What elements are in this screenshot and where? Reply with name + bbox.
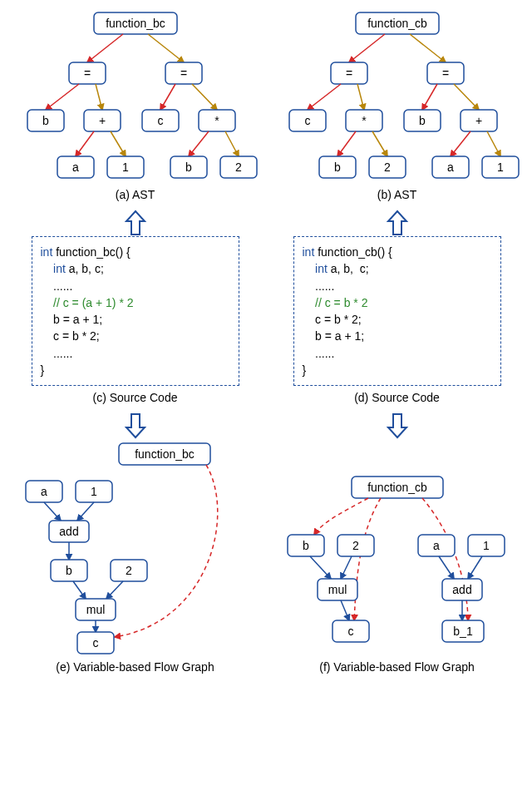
down-arrows-row	[8, 412, 524, 439]
svg-line-1	[87, 34, 123, 62]
ast-row: function_bc = = b + a 1	[8, 8, 524, 210]
svg-text:*: *	[214, 114, 219, 127]
svg-text:c: c	[304, 114, 310, 127]
up-arrow-icon	[385, 210, 410, 236]
up-arrows-row	[8, 210, 524, 236]
code-d-caption: (d) Source Code	[354, 391, 440, 404]
svg-text:a: a	[41, 485, 47, 498]
svg-text:b: b	[419, 114, 426, 127]
svg-text:b_1: b_1	[453, 625, 473, 638]
svg-text:a: a	[433, 539, 440, 552]
svg-line-52	[106, 581, 123, 599]
vfg-f-svg: function_cb b 2 mul c a 1 add	[273, 439, 522, 655]
svg-text:function_cb: function_cb	[367, 17, 427, 30]
svg-line-22	[349, 34, 385, 62]
ast-a-col: function_bc = = b + a 1	[8, 8, 262, 210]
svg-line-45	[44, 502, 61, 521]
svg-text:add: add	[59, 525, 78, 538]
svg-text:b: b	[334, 160, 341, 174]
svg-line-59	[310, 556, 331, 579]
svg-text:a: a	[447, 160, 454, 174]
svg-line-51	[73, 581, 86, 599]
svg-text:1: 1	[497, 160, 504, 174]
svg-text:=: =	[345, 67, 352, 80]
svg-line-14	[192, 84, 217, 110]
code-c-caption: (c) Source Code	[93, 391, 178, 404]
svg-text:=: =	[441, 67, 448, 80]
vfg-e-col: function_bc a 1 add b 2 mul	[8, 439, 262, 682]
svg-text:a: a	[72, 160, 79, 174]
svg-text:b: b	[303, 539, 309, 552]
svg-line-27	[357, 84, 364, 110]
code-row: int function_bc() { int a, b, c; ...... …	[8, 236, 524, 412]
svg-line-35	[454, 84, 479, 110]
svg-line-31	[372, 131, 387, 156]
vfg-f-caption: (f) Variable-based Flow Graph	[319, 660, 474, 674]
svg-line-62	[341, 600, 349, 620]
svg-line-39	[487, 131, 500, 156]
svg-line-2	[148, 34, 184, 62]
svg-line-13	[160, 84, 175, 110]
svg-line-5	[46, 84, 79, 110]
svg-line-30	[337, 131, 356, 156]
svg-text:=: =	[180, 67, 186, 80]
vfg-row: function_bc a 1 add b 2 mul	[8, 439, 524, 682]
ast-b-col: function_cb = = c * b 2 b +	[270, 8, 524, 210]
svg-text:add: add	[452, 583, 471, 596]
svg-text:1: 1	[122, 160, 129, 174]
svg-line-38	[451, 131, 470, 156]
svg-line-18	[225, 131, 239, 156]
svg-line-6	[96, 84, 102, 110]
svg-text:mul: mul	[86, 603, 105, 616]
svg-text:function_bc: function_bc	[106, 17, 165, 30]
svg-text:+: +	[475, 114, 481, 127]
svg-text:*: *	[362, 114, 367, 127]
svg-line-66	[439, 556, 454, 579]
svg-text:2: 2	[126, 564, 132, 577]
svg-text:2: 2	[384, 160, 391, 174]
svg-text:b: b	[42, 114, 49, 127]
svg-text:function_bc: function_bc	[135, 447, 195, 461]
vfg-e-caption: (e) Variable-based Flow Graph	[56, 660, 214, 674]
svg-text:+: +	[98, 114, 105, 127]
code-c-col: int function_bc() { int a, b, c; ...... …	[8, 236, 262, 412]
svg-line-26	[308, 84, 341, 110]
svg-line-34	[422, 84, 437, 110]
svg-text:function_cb: function_cb	[367, 481, 427, 494]
code-c-box: int function_bc() { int a, b, c; ...... …	[32, 236, 239, 386]
ast-b-caption: (b) AST	[377, 188, 416, 201]
svg-text:2: 2	[235, 160, 242, 174]
svg-text:c: c	[347, 625, 353, 638]
code-d-col: int function_cb() { int a, b, c; ...... …	[270, 236, 524, 412]
down-arrow-icon	[385, 412, 410, 439]
code-d-box: int function_cb() { int a, b, c; ...... …	[293, 236, 501, 386]
svg-line-10	[111, 131, 126, 156]
svg-text:c: c	[92, 636, 98, 649]
svg-line-67	[468, 556, 482, 579]
svg-text:1: 1	[91, 485, 97, 498]
vfg-f-col: function_cb b 2 mul c a 1 add	[270, 439, 524, 682]
vfg-e-svg: function_bc a 1 add b 2 mul	[11, 439, 260, 655]
down-arrow-icon	[123, 412, 148, 439]
svg-text:b: b	[66, 564, 72, 577]
svg-line-9	[76, 131, 94, 156]
svg-line-17	[189, 131, 209, 156]
svg-text:b: b	[185, 160, 192, 174]
ast-a-svg: function_bc = = b + a 1	[11, 8, 260, 183]
up-arrow-icon	[123, 210, 148, 236]
svg-line-46	[77, 502, 94, 521]
svg-text:=: =	[83, 67, 90, 80]
svg-text:2: 2	[352, 539, 359, 552]
svg-line-60	[341, 556, 352, 579]
svg-text:1: 1	[483, 539, 490, 552]
svg-line-23	[410, 34, 446, 62]
svg-text:mul: mul	[328, 583, 347, 596]
ast-a-caption: (a) AST	[116, 188, 155, 201]
ast-b-svg: function_cb = = c * b 2 b +	[273, 8, 522, 183]
svg-text:c: c	[157, 114, 163, 127]
